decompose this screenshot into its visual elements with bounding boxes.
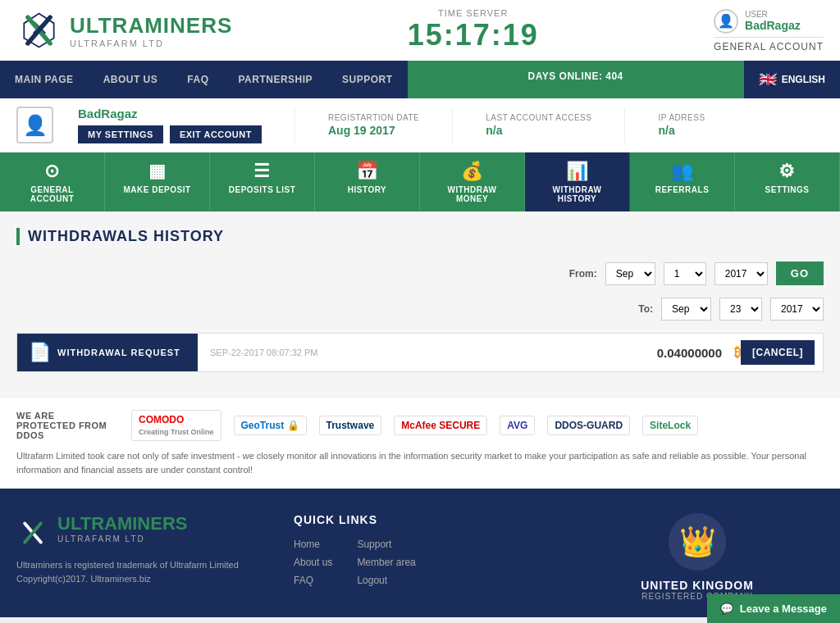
uk-title: UNITED KINGDOM [641, 579, 754, 592]
make-deposit-icon: ▦ [148, 161, 167, 182]
footer-link-home[interactable]: Home [294, 539, 332, 550]
protection-label: WE ARE PROTECTED FROM DDOS [16, 411, 115, 440]
general-account-icon: ⊙ [44, 161, 60, 182]
tab-withdraw-money[interactable]: 💰 WITHDRAW MONEY [420, 152, 525, 211]
tab-withdraw-history-label: WITHDRAW HISTORY [536, 185, 618, 203]
to-label: To: [638, 303, 653, 315]
footer-trademark-text: Ultraminers is registered trademark of U… [16, 560, 269, 570]
user-info: USER BadRagaz [745, 10, 801, 32]
nav-about-us[interactable]: ABOUT US [89, 61, 173, 98]
protection-top: WE ARE PROTECTED FROM DDOS COMODOCreatin… [16, 410, 824, 441]
geotrust-badge: GeoTrust 🔒 [234, 416, 307, 435]
language-label: ENGLISH [782, 74, 825, 85]
deposits-list-icon: ☰ [253, 161, 271, 182]
filter-row-to: To: SepJanFebMarAprMayJunJulAugOctNovDec… [16, 298, 824, 321]
footer-copyright: Copyright(c)2017. Ultraminers.biz [16, 574, 269, 584]
days-online: DAYS ONLINE: 404 [408, 61, 744, 98]
go-button[interactable]: GO [776, 261, 824, 285]
divider-3 [624, 107, 625, 143]
chat-icon: 💬 [720, 603, 733, 615]
user-section: 👤 USER BadRagaz GENERAL ACCOUNT [714, 9, 824, 52]
logo-text: ULTRAMINERS ULTRAFARM LTD [70, 13, 232, 48]
tab-referrals[interactable]: 👥 REFERRALS [630, 152, 735, 211]
user-row: 👤 USER BadRagaz [714, 9, 801, 34]
nav-main-page[interactable]: MAIN PAGE [0, 61, 89, 98]
withdrawal-label: WITHDRAWAL REQUEST [57, 348, 180, 357]
withdrawal-doc-icon: 📄 [29, 342, 51, 363]
language-selector[interactable]: 🇬🇧 ENGLISH [744, 61, 840, 98]
ip-address-stat: IP ADRESS n/a [658, 113, 705, 137]
account-tabs: ⊙ GENERAL ACCOUNT ▦ MAKE DEPOSIT ☰ DEPOS… [0, 152, 840, 211]
security-badges: COMODOCreating Trust Online GeoTrust 🔒 T… [131, 410, 698, 441]
cancel-button[interactable]: [CANCEL] [741, 340, 815, 365]
withdrawal-row: 📄 WITHDRAWAL REQUEST SEP-22-2017 08:07:3… [16, 333, 824, 372]
footer-logo-part1: ULTRA [57, 513, 117, 534]
user-avatar: 👤 [16, 107, 53, 143]
protection-section: WE ARE PROTECTED FROM DDOS COMODOCreatin… [0, 397, 840, 489]
tab-history[interactable]: 📅 HISTORY [315, 152, 420, 211]
footer-logo-icon [16, 518, 49, 548]
withdrawal-left: 📄 WITHDRAWAL REQUEST [17, 334, 198, 371]
footer-link-member[interactable]: Member area [357, 557, 415, 568]
history-icon: 📅 [356, 161, 379, 182]
page-title: WITHDRAWALS HISTORY [16, 228, 824, 245]
footer-link-about[interactable]: About us [294, 557, 332, 568]
registration-date-stat: REGISTARTION DATE Aug 19 2017 [328, 113, 419, 137]
footer-link-col-2: Support Member area Logout [357, 539, 415, 586]
footer-links: QUICK LINKS Home About us FAQ Support Me… [294, 513, 546, 601]
avg-badge: AVG [500, 416, 535, 435]
footer-link-columns: Home About us FAQ Support Member area Lo… [294, 539, 546, 586]
tab-make-deposit-label: MAKE DEPOSIT [123, 185, 190, 194]
withdrawal-date: SEP-22-2017 08:07:32 PM [198, 348, 433, 357]
tab-withdraw-money-label: WITHDRAW MONEY [431, 185, 513, 203]
last-access-stat: LAST ACCOUNT ACCESS n/a [486, 113, 591, 137]
footer-link-faq[interactable]: FAQ [294, 575, 332, 586]
protection-text: Ultrafarm Limited took care not only of … [16, 449, 824, 476]
time-label: TIME SERVER [408, 8, 539, 18]
withdrawal-amount: 0.04000000 [645, 346, 734, 360]
tab-withdraw-history[interactable]: 📊 WITHDRAW HISTORY [525, 152, 630, 211]
filter-row: From: SepJanFebMarAprMayJunJulAugOctNovD… [16, 261, 824, 285]
user-icon: 👤 [714, 9, 738, 34]
nav-support[interactable]: SUPPORT [327, 61, 408, 98]
my-settings-button[interactable]: MY SETTINGS [78, 125, 163, 143]
ip-label: IP ADRESS [658, 113, 705, 122]
to-day-select[interactable]: 2312310152030 [719, 298, 762, 321]
referrals-icon: 👥 [671, 161, 694, 182]
main-nav: MAIN PAGE ABOUT US FAQ PARTNERSHIP SUPPO… [0, 61, 840, 98]
tab-history-label: HISTORY [348, 185, 386, 194]
header: ✕ ULTRAMINERS ULTRAFARM LTD TIME SERVER … [0, 0, 840, 61]
tab-settings[interactable]: ⚙ SETTINGS [735, 152, 840, 211]
footer-logo-area: ULTRAMINERS ULTRAFARM LTD Ultraminers is… [16, 513, 269, 601]
tab-general-account[interactable]: ⊙ GENERAL ACCOUNT [0, 152, 105, 211]
to-year-select[interactable]: 201720162018 [770, 298, 824, 321]
from-year-select[interactable]: 201720162018 [714, 262, 768, 285]
main-content: WITHDRAWALS HISTORY From: SepJanFebMarAp… [0, 211, 840, 397]
footer-logo-title: ULTRAMINERS [57, 513, 187, 534]
logo-title: ULTRAMINERS [70, 13, 232, 39]
ddos-badge: DDOS-GUARD [547, 416, 630, 435]
from-day-select[interactable]: 1234567891015202330 [664, 262, 706, 285]
footer-logo-sub: ULTRAFARM LTD [57, 534, 187, 543]
last-access-label: LAST ACCOUNT ACCESS [486, 113, 591, 122]
quick-links-title: QUICK LINKS [294, 513, 546, 526]
tab-make-deposit[interactable]: ▦ MAKE DEPOSIT [105, 152, 210, 211]
btc-icon: ₿ [734, 345, 741, 360]
footer-link-logout[interactable]: Logout [357, 575, 415, 586]
logo: ✕ ULTRAMINERS ULTRAFARM LTD [16, 10, 232, 51]
chat-button[interactable]: 💬 Leave a Message [707, 594, 840, 617]
from-month-select[interactable]: SepJanFebMarAprMayJunJulAugOctNovDec [605, 262, 655, 285]
nav-faq[interactable]: FAQ [172, 61, 223, 98]
logo-title-part1: ULTRA [70, 13, 144, 38]
withdraw-money-icon: 💰 [461, 161, 484, 182]
to-month-select[interactable]: SepJanFebMarAprMayJunJulAugOctNovDec [661, 298, 711, 321]
footer-link-support[interactable]: Support [357, 539, 415, 550]
ip-value: n/a [658, 124, 705, 137]
flag-icon: 🇬🇧 [759, 70, 777, 89]
general-account-label: GENERAL ACCOUNT [714, 37, 824, 52]
nav-partnership[interactable]: PARTNERSHIP [223, 61, 327, 98]
exit-account-button[interactable]: EXIT ACCOUNT [170, 125, 262, 143]
user-bar-info: BadRagaz MY SETTINGS EXIT ACCOUNT [78, 107, 262, 143]
tab-deposits-list-label: DEPOSITS LIST [229, 185, 296, 194]
tab-deposits-list[interactable]: ☰ DEPOSITS LIST [210, 152, 315, 211]
